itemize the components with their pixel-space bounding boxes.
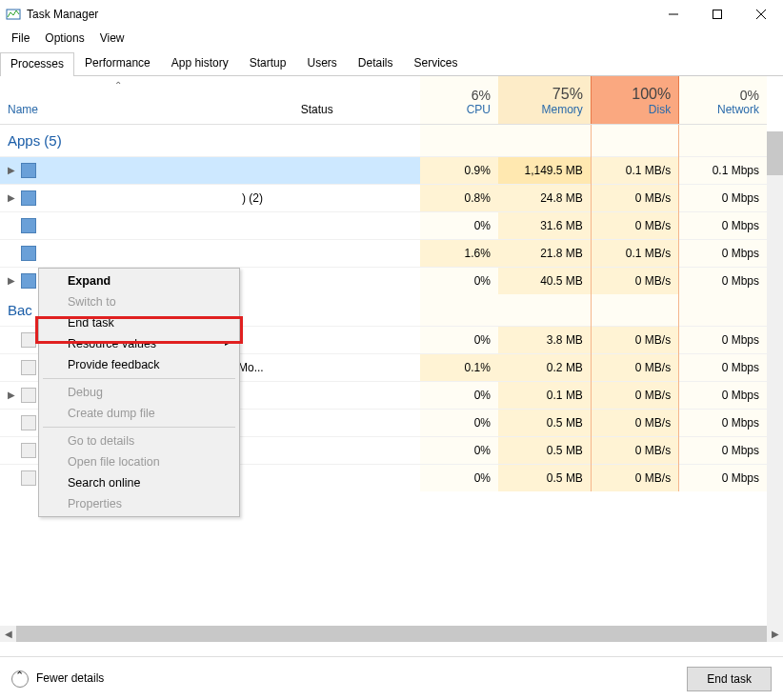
cpu-cell: 0% — [420, 211, 498, 239]
chevron-right-icon[interactable]: ▶ — [8, 275, 21, 286]
horizontal-scrollbar[interactable]: ◀ ▶ — [0, 626, 783, 642]
cm-provide-feedback[interactable]: Provide feedback — [41, 354, 237, 375]
mem-cell: 0.5 MB — [498, 436, 591, 464]
net-cell: 0 Mbps — [679, 326, 767, 353]
process-icon — [21, 360, 36, 375]
titlebar: Task Manager — [0, 0, 783, 29]
tab-processes[interactable]: Processes — [0, 52, 74, 76]
cm-end-task[interactable]: End task — [41, 312, 237, 333]
menu-options[interactable]: Options — [37, 30, 91, 47]
cpu-cell: 0% — [420, 436, 498, 464]
cm-go-to-details: Go to details — [41, 430, 237, 451]
header-status[interactable]: Status — [293, 76, 420, 124]
cpu-cell: 0% — [420, 381, 498, 409]
window-title: Task Manager — [27, 8, 652, 21]
cpu-cell: 0% — [420, 326, 498, 353]
cm-open-file-location: Open file location — [41, 451, 237, 472]
menu-view[interactable]: View — [92, 30, 132, 47]
maximize-button[interactable] — [695, 0, 739, 29]
cm-properties: Properties — [41, 493, 237, 514]
disk-cell: 0 MB/s — [591, 326, 678, 353]
cpu-cell: 0.8% — [420, 184, 498, 211]
cm-separator — [43, 378, 235, 379]
context-menu: Expand Switch to End task Resource value… — [38, 268, 240, 517]
app-icon — [6, 7, 21, 22]
net-cell: 0 Mbps — [679, 353, 767, 381]
mem-pct: 75% — [506, 86, 583, 103]
svg-rect-2 — [713, 10, 722, 19]
disk-cell: 0.1 MB/s — [591, 239, 678, 267]
net-label: Network — [687, 103, 759, 116]
mem-cell: 40.5 MB — [498, 267, 591, 294]
disk-label: Disk — [599, 103, 671, 116]
cpu-pct: 6% — [428, 88, 491, 103]
tab-startup[interactable]: Startup — [239, 51, 297, 75]
header-disk[interactable]: 100%Disk — [591, 76, 678, 124]
header-cpu[interactable]: 6%CPU — [420, 76, 498, 124]
cm-separator — [43, 427, 235, 428]
cm-create-dump: Create dump file — [41, 403, 237, 424]
mem-cell: 0.1 MB — [498, 381, 591, 409]
process-icon — [21, 443, 36, 458]
chevron-right-icon[interactable]: ▶ — [8, 165, 21, 175]
vertical-scrollbar[interactable] — [767, 131, 783, 626]
menu-file[interactable]: File — [4, 30, 37, 47]
tabstrip: Processes Performance App history Startu… — [0, 51, 783, 76]
net-pct: 0% — [687, 88, 759, 103]
process-icon — [21, 190, 36, 206]
process-row[interactable]: 0% 31.6 MB 0 MB/s 0 Mbps — [0, 211, 767, 239]
header-name[interactable]: Name — [0, 76, 293, 124]
scrollbar-thumb[interactable] — [16, 626, 767, 642]
tab-performance[interactable]: Performance — [74, 51, 161, 75]
cpu-label: CPU — [428, 103, 491, 116]
footer: Fewer details End task — [0, 656, 783, 700]
mem-cell: 31.6 MB — [498, 211, 591, 239]
end-task-button[interactable]: End task — [687, 667, 772, 691]
disk-cell: 0 MB/s — [591, 267, 678, 294]
cpu-cell: 0% — [420, 464, 498, 491]
process-table-container: ⌃ Name Status 6%CPU 75%Memory 100%Disk 0… — [0, 76, 783, 642]
disk-cell: 0 MB/s — [591, 436, 678, 464]
header-name-label: Name — [8, 103, 38, 116]
cm-resource-values[interactable]: Resource values — [41, 333, 237, 354]
net-cell: 0 Mbps — [679, 436, 767, 464]
scroll-left-icon[interactable]: ◀ — [0, 629, 16, 639]
tab-details[interactable]: Details — [348, 51, 404, 75]
process-row[interactable]: 1.6% 21.8 MB 0.1 MB/s 0 Mbps — [0, 239, 767, 267]
group-apps-label: Apps (5) — [0, 124, 420, 156]
disk-cell: 0.1 MB/s — [591, 156, 678, 184]
cpu-cell: 0% — [420, 267, 498, 294]
net-cell: 0.1 Mbps — [679, 156, 767, 184]
tab-users[interactable]: Users — [296, 51, 347, 75]
close-button[interactable] — [739, 0, 783, 29]
header-memory[interactable]: 75%Memory — [498, 76, 591, 124]
net-cell: 0 Mbps — [679, 381, 767, 409]
cm-switch-to: Switch to — [41, 291, 237, 312]
tab-services[interactable]: Services — [404, 51, 469, 75]
mem-cell: 0.5 MB — [498, 409, 591, 436]
process-row[interactable]: ▶) (2) 0.8% 24.8 MB 0 MB/s 0 Mbps — [0, 184, 767, 211]
scroll-right-icon[interactable]: ▶ — [767, 629, 783, 639]
scrollbar-thumb[interactable] — [767, 131, 783, 175]
fewer-details-toggle[interactable]: Fewer details — [11, 670, 104, 688]
tab-app-history[interactable]: App history — [161, 51, 239, 75]
minimize-button[interactable] — [652, 0, 695, 29]
cm-search-online[interactable]: Search online — [41, 472, 237, 493]
disk-cell: 0 MB/s — [591, 184, 678, 211]
process-name: Mo... — [238, 361, 264, 374]
process-icon — [21, 218, 36, 233]
header-network[interactable]: 0%Network — [679, 76, 767, 124]
process-row[interactable]: ▶ 0.9% 1,149.5 MB 0.1 MB/s 0.1 Mbps — [0, 156, 767, 184]
disk-cell: 0 MB/s — [591, 211, 678, 239]
net-cell: 0 Mbps — [679, 409, 767, 436]
chevron-right-icon[interactable]: ▶ — [8, 390, 21, 400]
cm-expand[interactable]: Expand — [41, 270, 237, 291]
cpu-cell: 1.6% — [420, 239, 498, 267]
net-cell: 0 Mbps — [679, 184, 767, 211]
chevron-right-icon[interactable]: ▶ — [8, 192, 21, 203]
process-icon — [21, 246, 36, 261]
group-apps[interactable]: Apps (5) — [0, 124, 767, 156]
cpu-cell: 0.1% — [420, 353, 498, 381]
disk-pct: 100% — [599, 86, 671, 103]
net-cell: 0 Mbps — [679, 211, 767, 239]
